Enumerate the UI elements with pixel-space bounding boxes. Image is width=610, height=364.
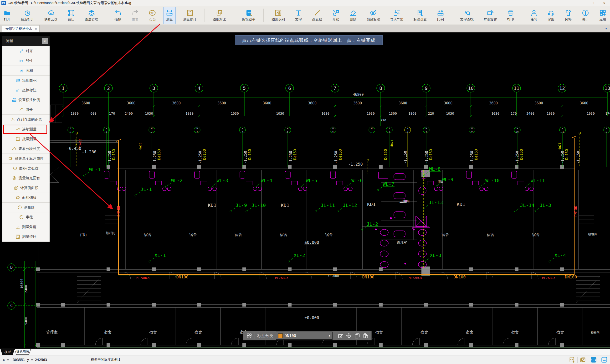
toolbar-editassist-button[interactable]: CAD编辑助手 xyxy=(240,7,258,24)
svg-text:5: 5 xyxy=(287,131,288,133)
toolbar-settings-button[interactable]: 标注设置 xyxy=(411,7,429,24)
paste-annotation-icon[interactable] xyxy=(363,333,369,339)
toolbar-find-button[interactable]: A文字查找 xyxy=(458,7,476,24)
panel-item-label: 连续测量 xyxy=(22,127,37,131)
compare-icon xyxy=(216,9,223,16)
toolbar-print-button[interactable]: 打印 xyxy=(504,7,517,24)
toolbar-folder-button[interactable]: 打开 xyxy=(1,7,13,24)
toolbar-layers-button[interactable]: 图层管理 xyxy=(82,7,101,24)
panel-item-linear[interactable]: 线性 xyxy=(2,56,50,66)
svg-text:DN100: DN100 xyxy=(362,275,374,279)
maximize-button[interactable]: □ xyxy=(587,0,598,6)
toolbar-eraser-button[interactable]: 删除 xyxy=(347,7,359,24)
panel-item-area[interactable]: 面积 xyxy=(2,66,50,76)
panel-item-sidearea[interactable]: 计算侧面积 xyxy=(2,183,50,193)
toolbar-hide-button[interactable]: 隐藏标注 xyxy=(364,7,383,24)
tab-arch-drawing[interactable]: 建筑图纸 xyxy=(15,349,31,354)
minimize-button[interactable]: ─ xyxy=(576,0,587,6)
panel-item-label: 坐标标注 xyxy=(22,88,37,92)
panel-item-coord[interactable]: x=y=坐标标注 xyxy=(2,85,50,95)
cad-canvas[interactable]: X1W1W2W3W4W5W6W7X2Y1W8W9W10W11X312345678… xyxy=(0,32,610,349)
toolbar-window-button[interactable]: 窗口 xyxy=(65,7,78,24)
panel-close-icon[interactable]: × xyxy=(42,38,48,44)
toolbar-label: 打印 xyxy=(507,17,514,22)
svg-text:KD1: KD1 xyxy=(367,201,376,207)
toolbar-style-button[interactable]: 风格 xyxy=(562,7,574,24)
svg-text:1: 1 xyxy=(106,131,107,133)
pdf-batch-export-icon[interactable]: PDF xyxy=(580,356,586,363)
line-icon xyxy=(314,9,321,16)
panel-item-stats2[interactable]: 测量统计 xyxy=(2,232,50,242)
svg-text:De160: De160 xyxy=(474,149,479,160)
panel-item-offset[interactable]: 面积偏移 xyxy=(2,193,50,203)
toolbar-shapes-button[interactable]: 形状 xyxy=(330,7,342,24)
panel-item-arc[interactable]: 弧长 xyxy=(2,105,50,115)
panel-item-batch[interactable]: 批量测量 xyxy=(2,134,50,144)
panel-item-label: 面积偏移 xyxy=(22,195,37,200)
copy-annotation-icon[interactable] xyxy=(354,333,360,339)
svg-text:W: W xyxy=(196,127,198,130)
toolbar-impexp-button[interactable]: 导入导出 xyxy=(388,7,406,24)
coord-icon: x=y= xyxy=(15,88,20,92)
toolbar-text-button[interactable]: 文字 xyxy=(292,7,305,24)
svg-text:P→D: P→D xyxy=(591,359,597,361)
cloud-icon xyxy=(47,9,55,16)
svg-text:3: 3 xyxy=(196,131,198,133)
toolbar-label: 文字 xyxy=(295,17,302,22)
toolbar-ratio-button[interactable]: A:B比例 xyxy=(434,7,447,24)
svg-text:W: W xyxy=(106,127,107,130)
close-button[interactable]: × xyxy=(598,0,610,6)
move-annotation-icon[interactable] xyxy=(346,333,352,339)
toolbar-service-button[interactable]: 客服 xyxy=(545,7,557,24)
panel-item-pointline[interactable]: 点到直线的距离 xyxy=(2,115,50,124)
doc-tab[interactable]: 专用宿舍楼给排水 × xyxy=(2,25,39,32)
fillarea-icon xyxy=(12,176,17,181)
tab-model[interactable]: 模型 xyxy=(0,349,15,355)
panel-item-continuous[interactable]: 连续测量 xyxy=(2,124,50,134)
panel-item-fillarea[interactable]: 测量填充面积 xyxy=(2,173,50,183)
panel-item-areaarc[interactable]: 面积(含弧线) xyxy=(2,164,50,173)
pdf-export-icon[interactable]: PDF xyxy=(569,356,575,363)
edit-annotation-icon[interactable] xyxy=(337,333,343,339)
doc-tab-close-icon[interactable]: × xyxy=(35,27,37,31)
toolbar-compare-button[interactable]: 图纸对比 xyxy=(210,7,229,24)
toolbar-measure-button[interactable]: 测量 xyxy=(163,7,176,24)
toolbar-app-button[interactable]: 应用 xyxy=(597,7,609,24)
svg-text:-1.250: -1.250 xyxy=(82,149,96,154)
panel-item-align[interactable]: 对齐 xyxy=(2,46,50,56)
panel-item-segment[interactable]: 查看分段长度 xyxy=(2,144,50,154)
toolbar-about-button[interactable]: 关于 xyxy=(579,7,592,24)
panel-item-circlem[interactable]: 测量圆 xyxy=(2,203,50,212)
panel-item-radius[interactable]: 半径 xyxy=(2,212,50,222)
toolbar-cloud-button[interactable]: 快看云盘 xyxy=(42,7,60,24)
eraser-icon xyxy=(350,9,357,16)
toolbar-account-button[interactable]: 账号 xyxy=(528,7,540,24)
panel-item-modify[interactable]: 修改单个标注属性 xyxy=(2,154,50,164)
angle-icon xyxy=(15,224,20,229)
svg-text:3: 3 xyxy=(606,131,607,133)
svg-text:3600: 3600 xyxy=(127,101,135,105)
panel-item-scaleratio[interactable]: A:B设置标注比例 xyxy=(2,95,50,105)
pdf-to-dwg-icon[interactable]: P→D xyxy=(590,356,597,363)
toolbar-stats-button[interactable]: 测量统计 xyxy=(181,7,199,24)
svg-text:KD1: KD1 xyxy=(208,202,216,208)
panel-item-angle[interactable]: 测量角度 xyxy=(2,222,50,232)
category-dropdown[interactable]: DN100 ▼ xyxy=(276,332,333,340)
dropdown-caret-icon[interactable]: ▼ xyxy=(329,334,330,337)
toolbar-undo-button[interactable]: 撤销 xyxy=(112,7,124,24)
window-mode-icon[interactable] xyxy=(601,356,608,363)
svg-text:DN100: DN100 xyxy=(117,206,121,216)
toolbar-vip-button[interactable]: VIP会员 xyxy=(146,7,158,24)
toolbar-recognize-button[interactable]: 图形识别 xyxy=(269,7,287,24)
svg-text:1030: 1030 xyxy=(71,112,79,115)
tab-list-caret-icon[interactable]: ▼ xyxy=(605,27,608,30)
toolbar-line-button[interactable]: 画直线 xyxy=(310,7,325,24)
category-grid-icon[interactable] xyxy=(246,333,252,339)
toolbar-recent-button[interactable]: 最近打开 xyxy=(18,7,37,24)
svg-text:WL-1: WL-1 xyxy=(89,167,101,172)
svg-text:3600: 3600 xyxy=(444,101,453,105)
toolbar-rotate-button[interactable]: 屏幕旋转 xyxy=(481,7,500,24)
panel-item-label: 测量填充面积 xyxy=(19,176,40,181)
undo-icon xyxy=(114,9,122,16)
panel-item-rectarea[interactable]: 矩形面积 xyxy=(2,76,50,85)
